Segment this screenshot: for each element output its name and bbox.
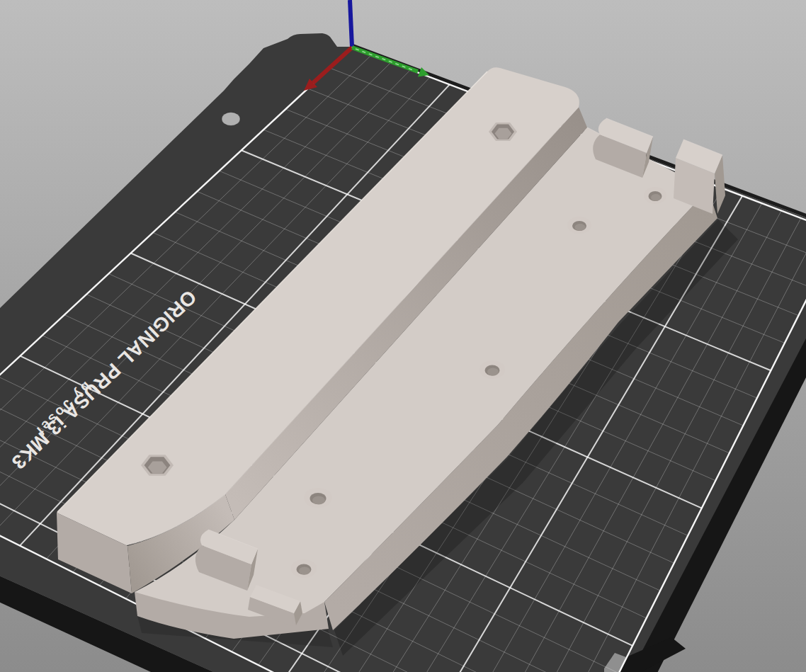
bed-mount-hole [222,113,240,126]
countersunk-hole [644,187,666,204]
countersunk-hole [479,360,505,379]
countersunk-hole [304,488,332,508]
z-axis-line [350,0,352,47]
countersunk-hole [567,217,591,234]
scene-canvas[interactable]: ORIGINAL PRUSA i3 MK3 by Josef [0,0,806,672]
slicer-3d-viewport[interactable]: ORIGINAL PRUSA i3 MK3 by Josef [0,0,806,672]
countersunk-hole [291,559,317,578]
